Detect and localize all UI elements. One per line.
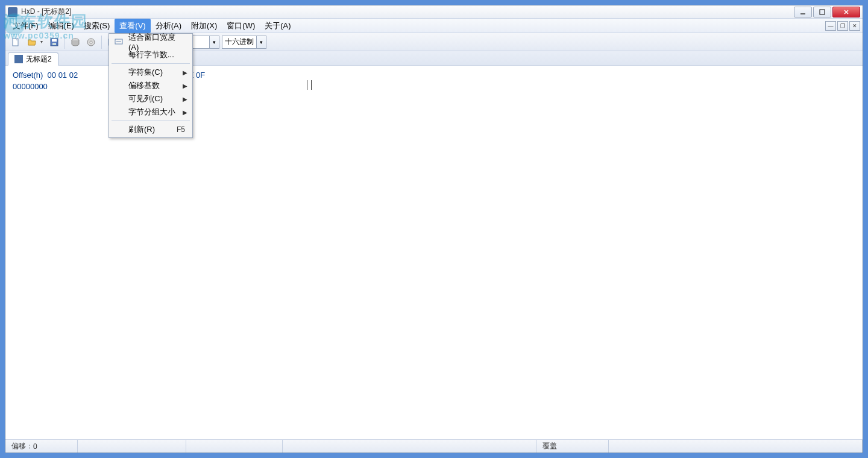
mdi-minimize-button[interactable]: — [825, 21, 836, 31]
menu-fit-width[interactable]: 适合窗口宽度(A) [110, 35, 191, 48]
radix-select[interactable]: 十六进制 ▾ [222, 36, 266, 49]
svg-rect-2 [820, 10, 825, 14]
new-button[interactable] [9, 36, 22, 49]
submenu-arrow-icon: ▶ [183, 83, 187, 89]
menu-window[interactable]: 窗口(W) [222, 19, 260, 33]
open-ram-button[interactable] [84, 36, 98, 49]
svg-rect-8 [52, 43, 56, 45]
open-button[interactable] [25, 36, 45, 49]
tab-untitled2[interactable]: 无标题2 [8, 52, 58, 66]
menu-view[interactable]: 查看(V) [115, 19, 150, 33]
menu-byte-group-size[interactable]: 字节分组大小 ▶ [110, 105, 191, 119]
window-title: HxD - [无标题2] [21, 7, 71, 17]
view-menu-dropdown: 适合窗口宽度(A) 每行字节数... 字符集(C) ▶ 偏移基数 ▶ 可见列(C… [108, 33, 193, 138]
watermark-logo [2, 12, 27, 36]
mdi-restore-button[interactable]: ❐ [837, 21, 848, 31]
menu-analysis[interactable]: 分析(A) [151, 19, 186, 33]
svg-point-11 [90, 41, 92, 43]
menu-extras[interactable]: 附加(X) [186, 19, 222, 33]
submenu-arrow-icon: ▶ [183, 69, 187, 76]
status-spacer [283, 440, 536, 453]
menu-separator [112, 63, 190, 64]
status-empty1 [78, 440, 186, 453]
document-icon [14, 55, 23, 63]
statusbar: 偏移： 0 覆盖 [5, 439, 863, 453]
menu-help[interactable]: 关于(A) [260, 19, 295, 33]
menu-edit[interactable]: 编辑(E) [43, 19, 79, 33]
menu-bytes-per-line[interactable]: 每行字节数... [110, 48, 191, 61]
submenu-arrow-icon: ▶ [183, 109, 187, 116]
menubar: 文件(F) 编辑(E) 搜索(S) 查看(V) 分析(A) 附加(X) 窗口(W… [5, 19, 863, 33]
open-disk-button[interactable] [69, 36, 82, 49]
tab-label: 无标题2 [26, 54, 52, 64]
menu-search[interactable]: 搜索(S) [79, 19, 115, 33]
chevron-down-icon[interactable]: ▾ [209, 36, 219, 48]
radix-value: 十六进制 [222, 37, 256, 47]
submenu-arrow-icon: ▶ [183, 96, 187, 102]
menu-offset-base[interactable]: 偏移基数 ▶ [110, 79, 191, 92]
menu-charset[interactable]: 字符集(C) ▶ [110, 66, 191, 79]
maximize-button[interactable] [813, 7, 831, 17]
minimize-button[interactable] [794, 7, 812, 17]
status-spacer2 [609, 440, 863, 453]
status-mode: 覆盖 [536, 440, 609, 453]
text-cursor [307, 80, 312, 90]
status-empty2 [186, 440, 283, 453]
shortcut-label: F5 [177, 125, 185, 134]
menu-separator [112, 121, 190, 121]
status-offset: 偏移： 0 [5, 440, 78, 453]
titlebar[interactable]: HxD - [无标题2] [5, 5, 863, 19]
svg-rect-7 [52, 39, 57, 42]
save-button[interactable] [48, 36, 61, 49]
menu-refresh[interactable]: 刷新(R) F5 [110, 123, 191, 136]
menu-visible-columns[interactable]: 可见列(C) ▶ [110, 92, 191, 105]
fit-width-icon [114, 37, 124, 46]
chevron-down-icon[interactable]: ▾ [256, 36, 266, 48]
close-button[interactable] [832, 7, 860, 17]
mdi-close-button[interactable]: ✕ [849, 21, 860, 31]
